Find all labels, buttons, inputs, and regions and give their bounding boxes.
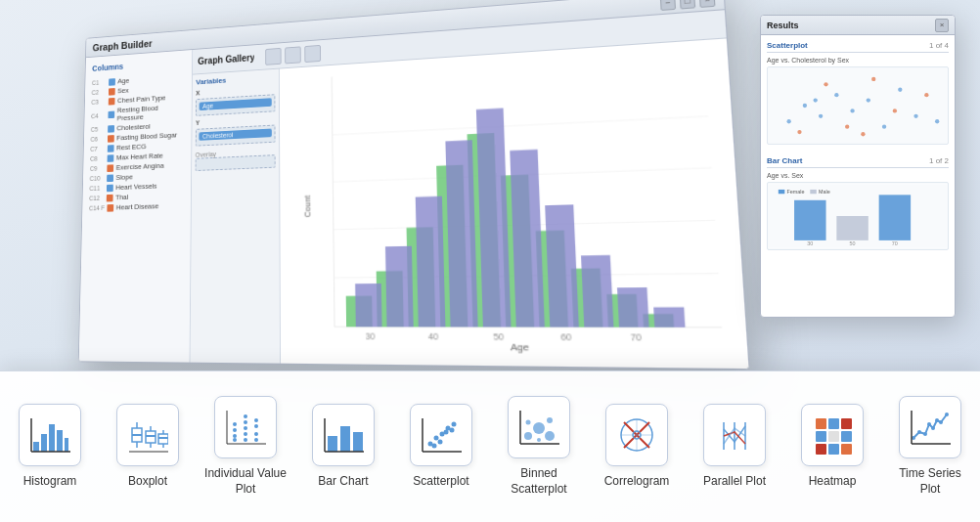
chart-type-parallel-plot[interactable]: Parallel Plot (686, 392, 783, 501)
svg-point-48 (924, 93, 928, 97)
bar-chart-label: Bar Chart (318, 474, 368, 490)
chart-type-correlogram[interactable]: Correlogram (588, 392, 686, 501)
toolbar-btn-3[interactable] (304, 44, 321, 62)
svg-point-41 (898, 88, 902, 92)
toolbar-btn-2[interactable] (285, 46, 301, 64)
svg-point-49 (814, 98, 818, 102)
window-body: Columns C1 Age C2 Sex C3 Chest Pain Type (79, 10, 749, 369)
parallel-plot-icon (714, 414, 755, 456)
continuous-icon (108, 154, 114, 162)
parallel-plot-icon-box (703, 404, 766, 466)
chart-type-scatterplot[interactable]: Scatterplot (392, 392, 490, 501)
parallel-plot-label: Parallel Plot (703, 474, 766, 490)
y-drop-zone[interactable]: Cholesterol (196, 125, 276, 147)
individual-value-label: Individual Value Plot (204, 466, 287, 497)
chart-type-time-series-plot[interactable]: Time Series Plot (881, 384, 979, 508)
svg-rect-64 (41, 434, 47, 452)
svg-point-119 (537, 438, 541, 442)
bar-chart-header: Bar Chart 1 of 2 (767, 156, 949, 168)
correlogram-icon-box (605, 404, 668, 466)
continuous-icon (108, 111, 114, 119)
svg-point-44 (824, 82, 827, 86)
svg-point-85 (233, 422, 237, 426)
continuous-icon (107, 174, 113, 182)
col-label: Age (117, 76, 129, 85)
chart-type-bar: Histogram Boxplot (0, 370, 980, 522)
scatterplot-desc: Age vs. Cholesterol by Sex (767, 57, 949, 64)
row-num: C12 (89, 195, 104, 201)
svg-rect-56 (779, 190, 784, 194)
continuous-icon (107, 184, 113, 192)
svg-rect-134 (816, 431, 826, 442)
svg-point-87 (244, 420, 247, 424)
row-num: C8 (90, 155, 105, 162)
chart-type-individual-value-plot[interactable]: Individual Value Plot (197, 384, 294, 508)
svg-point-84 (233, 428, 237, 432)
histogram-chart: Age Count 30 40 50 60 70 (280, 38, 749, 369)
svg-point-45 (845, 124, 849, 128)
window-title: Graph Builder (93, 37, 153, 52)
svg-point-117 (526, 420, 531, 425)
svg-point-145 (935, 418, 939, 422)
svg-text:30: 30 (807, 240, 813, 246)
y-chip: Cholesterol (199, 129, 271, 141)
columns-sidebar: Columns C1 Age C2 Sex C3 Chest Pain Type (79, 50, 193, 363)
row-num: C11 (89, 185, 104, 192)
svg-point-88 (244, 426, 247, 430)
svg-rect-139 (841, 444, 852, 455)
bar-chart-icon-box (312, 404, 375, 466)
maximize-button[interactable]: □ (680, 0, 696, 9)
svg-rect-132 (828, 418, 839, 429)
svg-point-142 (923, 432, 927, 436)
list-item[interactable]: C14 F Heart Disease (86, 200, 188, 214)
col-label: Thal (115, 193, 128, 201)
svg-rect-17 (385, 246, 414, 327)
nominal-icon (108, 135, 114, 143)
chart-type-heatmap[interactable]: Heatmap (783, 392, 881, 501)
close-button[interactable]: × (699, 0, 716, 7)
nominal-icon (107, 164, 113, 172)
svg-point-91 (244, 414, 247, 418)
boxplot-icon-box (116, 404, 179, 466)
svg-point-46 (871, 77, 875, 81)
x-chip: Age (200, 98, 272, 110)
bar-chart-desc: Age vs. Sex (767, 172, 949, 179)
scatterplot-section: Scatterplot 1 of 4 Age vs. Cholesterol b… (767, 41, 949, 149)
svg-point-38 (850, 109, 854, 112)
x-drop-zone[interactable]: Age (196, 94, 275, 116)
toolbar-btn-1[interactable] (265, 47, 281, 65)
svg-rect-65 (49, 424, 55, 452)
row-num: C14 F (89, 204, 105, 211)
variables-panel: Variables X Age Y Cholesterol Overlay (190, 69, 281, 364)
svg-rect-23 (581, 255, 613, 327)
svg-point-92 (254, 424, 258, 428)
chart-type-bar-chart[interactable]: Bar Chart (294, 392, 392, 501)
svg-point-144 (931, 426, 935, 430)
graph-content-area: Variables X Age Y Cholesterol Overlay (190, 38, 748, 369)
svg-point-35 (803, 104, 807, 108)
svg-point-93 (254, 432, 258, 436)
results-title: Results (767, 21, 799, 30)
chart-type-histogram[interactable]: Histogram (1, 392, 99, 501)
row-num: C3 (91, 99, 106, 106)
results-controls: × (935, 19, 949, 32)
svg-point-83 (233, 434, 237, 438)
svg-rect-24 (617, 287, 649, 327)
svg-rect-55 (879, 195, 911, 240)
chart-area: Age Count 30 40 50 60 70 (280, 38, 749, 369)
bar-chart-section: Bar Chart 1 of 2 Age vs. Sex Female Male (767, 156, 949, 254)
svg-rect-66 (57, 430, 63, 452)
col-label: Slope (115, 173, 133, 182)
results-close-btn[interactable]: × (935, 19, 949, 32)
chart-type-binned-scatterplot[interactable]: Binned Scatterplot (490, 384, 588, 508)
svg-text:Count: Count (302, 195, 312, 218)
continuous-icon (108, 125, 114, 133)
chart-type-boxplot[interactable]: Boxplot (99, 392, 197, 501)
minimize-button[interactable]: − (660, 0, 676, 11)
svg-point-143 (927, 422, 931, 426)
svg-point-141 (917, 430, 921, 434)
scatterplot-icon (421, 414, 462, 456)
time-series-icon-box (899, 396, 961, 458)
svg-rect-18 (416, 196, 446, 327)
individual-value-icon (225, 407, 266, 448)
